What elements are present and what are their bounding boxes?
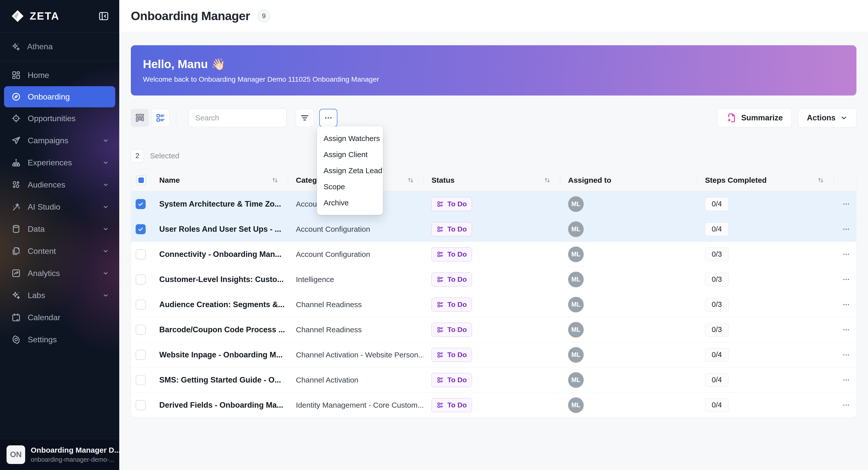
column-header-actions — [834, 169, 856, 191]
sidebar-item-opportunities[interactable]: Opportunities — [0, 107, 119, 129]
sidebar-item-content[interactable]: Content — [0, 240, 119, 262]
welcome-banner: Hello, Manu 👋🏻 Welcome back to Onboardin… — [131, 45, 857, 96]
list-view-button[interactable] — [151, 109, 169, 127]
table-row[interactable]: Barcode/Coupon Code Process ... Channel … — [131, 317, 856, 342]
task-name[interactable]: Derived Fields - Onboarding Ma... — [151, 393, 288, 417]
row-checkbox[interactable] — [135, 400, 146, 410]
table-row[interactable]: Derived Fields - Onboarding Ma... Identi… — [131, 392, 856, 417]
assignee-avatar: ML — [568, 196, 584, 212]
paper-plane-icon — [11, 135, 21, 145]
column-header-name[interactable]: Name — [151, 169, 288, 191]
sidebar-collapse-button[interactable] — [97, 9, 110, 23]
status-label: To Do — [447, 326, 467, 334]
sidebar-item-athena[interactable]: Athena — [0, 32, 119, 61]
task-name[interactable]: User Roles And User Set Ups - ... — [151, 217, 288, 241]
assignee-avatar: ML — [568, 246, 584, 262]
actions-button[interactable]: Actions — [798, 108, 857, 127]
board-view-button[interactable] — [131, 109, 149, 127]
table-row[interactable]: Connectivity - Onboarding Man... Account… — [131, 241, 856, 267]
menu-item-scope[interactable]: Scope — [317, 179, 383, 195]
sidebar-item-label: Home — [28, 71, 109, 80]
status-label: To Do — [447, 275, 467, 283]
panel-collapse-icon — [98, 10, 110, 22]
sparkle-icon — [11, 290, 21, 300]
task-name[interactable]: Barcode/Coupon Code Process ... — [151, 317, 288, 342]
task-name[interactable]: Connectivity - Onboarding Man... — [151, 242, 288, 267]
workspace-avatar: ON — [6, 445, 25, 464]
status-label: To Do — [447, 351, 467, 359]
sort-icon[interactable] — [544, 176, 551, 184]
column-header-status[interactable]: Status — [424, 169, 560, 191]
sidebar-item-ai-studio[interactable]: AI Studio — [0, 196, 119, 218]
table-row[interactable]: Audience Creation: Segments &... Channel… — [131, 292, 856, 317]
table-row[interactable]: Website Inpage - Onboarding M... Channel… — [131, 342, 856, 367]
bulk-actions-button[interactable] — [319, 109, 337, 127]
status-badge: To Do — [432, 298, 472, 312]
summarize-sparkle-icon — [726, 112, 737, 123]
sidebar-item-label: Calendar — [28, 313, 109, 322]
magic-wand-icon — [11, 202, 21, 212]
bulk-actions-menu: Assign Watchers Assign Client Assign Zet… — [317, 127, 383, 215]
row-checkbox[interactable] — [135, 325, 146, 335]
select-all-checkbox[interactable] — [136, 175, 146, 185]
sort-icon[interactable] — [817, 176, 825, 184]
sidebar-item-settings[interactable]: Settings — [0, 329, 119, 350]
row-checkbox[interactable] — [135, 224, 146, 234]
sidebar-item-calendar[interactable]: Calendar — [0, 306, 119, 329]
table-row[interactable]: Customer-Level Insights: Custo... Intell… — [131, 267, 856, 292]
selection-count: 2 — [131, 149, 144, 162]
sort-icon[interactable] — [271, 176, 279, 184]
row-actions-button[interactable] — [842, 225, 850, 234]
row-actions-button[interactable] — [842, 401, 850, 410]
sidebar-item-onboarding[interactable]: Onboarding — [4, 86, 115, 107]
task-name[interactable]: Audience Creation: Segments &... — [151, 292, 288, 317]
row-actions-button[interactable] — [842, 325, 850, 334]
sidebar-item-data[interactable]: Data — [0, 218, 119, 240]
row-checkbox[interactable] — [135, 199, 146, 209]
task-name[interactable]: Customer-Level Insights: Custo... — [151, 267, 288, 292]
gear-icon — [11, 335, 21, 344]
sidebar-item-experiences[interactable]: Experiences — [0, 152, 119, 174]
steps-chip: 0/4 — [705, 223, 728, 236]
column-header-steps-completed[interactable]: Steps Completed — [697, 169, 834, 191]
row-checkbox[interactable] — [135, 375, 146, 385]
sidebar-item-campaigns[interactable]: Campaigns — [0, 129, 119, 152]
row-checkbox[interactable] — [135, 249, 146, 259]
sidebar-item-analytics[interactable]: Analytics — [0, 262, 119, 284]
menu-item-assign-zeta-lead[interactable]: Assign Zeta Lead — [317, 163, 383, 179]
table-row[interactable]: System Architecture & Time Zo... Account… — [131, 191, 856, 216]
row-actions-button[interactable] — [842, 275, 850, 284]
row-actions-button[interactable] — [842, 375, 850, 384]
menu-item-assign-watchers[interactable]: Assign Watchers — [317, 130, 383, 146]
row-actions-button[interactable] — [842, 250, 850, 259]
sidebar-item-label: Labs — [28, 291, 96, 300]
search-input[interactable] — [189, 113, 286, 122]
row-checkbox[interactable] — [135, 350, 146, 360]
database-icon — [11, 224, 21, 234]
sparkles-icon — [11, 42, 21, 52]
task-name[interactable]: SMS: Getting Started Guide - O... — [151, 367, 288, 392]
summarize-button[interactable]: Summarize — [717, 108, 792, 127]
row-actions-button[interactable] — [842, 300, 850, 309]
sidebar-item-home[interactable]: Home — [0, 64, 119, 86]
filter-button[interactable] — [296, 109, 314, 127]
row-checkbox[interactable] — [135, 300, 146, 310]
table-row[interactable]: SMS: Getting Started Guide - O... Channe… — [131, 367, 856, 392]
sidebar-item-label: Athena — [27, 42, 53, 51]
sort-icon[interactable] — [407, 176, 414, 184]
task-category: Channel Activation — [288, 367, 424, 392]
column-header-assigned-to[interactable]: Assigned to — [560, 169, 697, 191]
row-checkbox[interactable] — [135, 274, 146, 284]
task-name[interactable]: Website Inpage - Onboarding M... — [151, 342, 288, 367]
task-name[interactable]: System Architecture & Time Zo... — [151, 192, 288, 216]
sidebar-item-audiences[interactable]: Audiences — [0, 174, 119, 196]
sidebar-item-labs[interactable]: Labs — [0, 284, 119, 306]
menu-item-archive[interactable]: Archive — [317, 195, 383, 211]
row-actions-button[interactable] — [842, 200, 850, 209]
table-row[interactable]: User Roles And User Set Ups - ... Accoun… — [131, 216, 856, 241]
assignee-avatar: ML — [568, 222, 584, 237]
menu-item-assign-client[interactable]: Assign Client — [317, 146, 383, 163]
row-actions-button[interactable] — [842, 350, 850, 360]
dashboard-icon — [11, 70, 21, 80]
workspace-card[interactable]: ON Onboarding Manager D... onboarding-ma… — [0, 439, 119, 470]
